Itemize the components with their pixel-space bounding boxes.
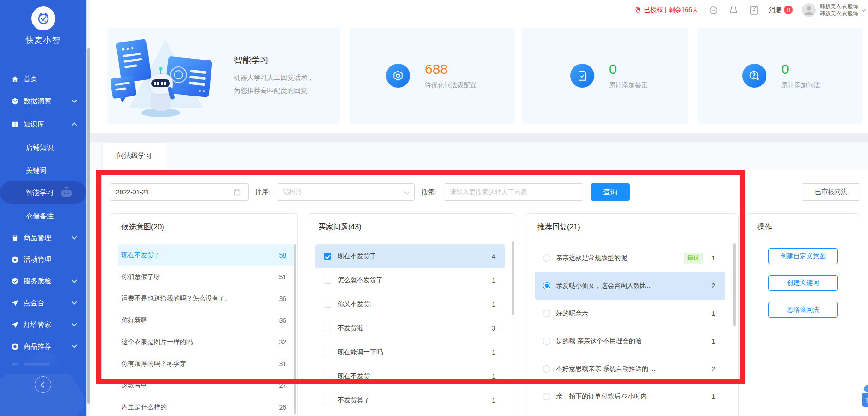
- questions-scrollbar-thumb[interactable]: [512, 241, 514, 315]
- document-edit-icon[interactable]: [748, 5, 760, 16]
- replies-scrollbar-thumb[interactable]: [733, 243, 736, 326]
- banner-desc-line2: 为您推荐高匹配度的回复: [234, 84, 314, 97]
- calendar-icon[interactable]: [233, 188, 241, 198]
- chevron-down-icon: [72, 97, 77, 102]
- checkbox[interactable]: [324, 373, 331, 380]
- messages-menu[interactable]: 消息 0: [769, 6, 793, 14]
- tab-bar: 问法级学习: [90, 142, 868, 169]
- radio[interactable]: [543, 338, 550, 345]
- sidebar-item-label: 关键词: [26, 166, 47, 175]
- checkbox[interactable]: [324, 325, 331, 332]
- ignore-question-button[interactable]: 忽略该问法: [768, 302, 838, 318]
- sort-select[interactable]: 请排序: [277, 183, 415, 201]
- app-logo[interactable]: [31, 6, 55, 30]
- sidebar-item-product-mgmt[interactable]: 商品管理: [0, 227, 86, 249]
- reviewed-questions-button[interactable]: 已审核问法: [802, 183, 860, 201]
- account-menu[interactable]: 韩版美衣衣服饰 韩版美衣衣服饰: [802, 3, 865, 17]
- sidebar-item-label: 数据洞察: [24, 97, 51, 106]
- sidebar-item-activity-mgmt[interactable]: 活动管理: [0, 248, 86, 271]
- reply-row[interactable]: 好的呢亲亲1: [535, 300, 725, 327]
- sort-placeholder: 请排序: [283, 188, 302, 196]
- question-row[interactable]: 你又不发货,1: [315, 292, 505, 316]
- buyer-questions-title: 买家问题(43): [307, 214, 516, 241]
- intent-count: 26: [279, 404, 286, 411]
- intent-row[interactable]: 你好新疆36: [118, 309, 295, 331]
- sidebar-item-product-recommend[interactable]: 商品推荐: [0, 335, 86, 357]
- sidebar-item-smart-learning[interactable]: 智能学习: [0, 181, 86, 204]
- intent-row[interactable]: 内里是什么样的26: [118, 396, 295, 416]
- question-row[interactable]: 怎么就不发货了1: [315, 268, 505, 292]
- question-row[interactable]: 不发货算了1: [315, 388, 505, 412]
- intent-row[interactable]: 现在不发货了58: [118, 244, 295, 266]
- sidebar-scrollbar[interactable]: [86, 0, 90, 416]
- sidebar-item-keywords[interactable]: 关键词: [0, 159, 86, 181]
- home-icon: [11, 75, 19, 83]
- sidebar-item-label: 首页: [24, 75, 37, 84]
- intents-scrollbar-thumb[interactable]: [294, 244, 296, 414]
- chevron-down-icon: [862, 7, 866, 12]
- stat-value: 0: [781, 62, 820, 77]
- circle-badge-icon: [11, 343, 19, 350]
- search-input[interactable]: [444, 183, 583, 201]
- reply-row[interactable]: 是的哦 亲亲这个不用理会的哈1: [535, 327, 725, 355]
- radio[interactable]: [543, 310, 550, 317]
- sidebar-item-label: 灯塔管家: [24, 320, 51, 329]
- sidebar-item-dianjintai[interactable]: 点金台: [0, 292, 86, 314]
- sidebar-item-shop-knowledge[interactable]: 店铺知识: [0, 136, 86, 158]
- reply-count: 2: [710, 365, 715, 373]
- chevron-down-icon: [404, 189, 409, 194]
- auth-status[interactable]: 已授权 | 剩余166天: [634, 6, 699, 14]
- create-keyword-button[interactable]: 创建关键词: [768, 275, 838, 291]
- intent-row[interactable]: 运费不是也退给我的吗？怎么没有了。36: [118, 288, 295, 309]
- sidebar-item-home[interactable]: 首页: [0, 68, 86, 90]
- create-custom-intent-button[interactable]: 创建自定义意图: [768, 248, 838, 264]
- app-name: 快麦小智: [0, 35, 86, 46]
- question-row[interactable]: 不发货啦3: [315, 316, 505, 340]
- reply-row[interactable]: 亲亲这款是常规版型的呢最优1: [535, 244, 725, 272]
- chevron-down-icon: [72, 343, 77, 348]
- question-count: 1: [492, 397, 495, 404]
- tab-question-level-learning[interactable]: 问法级学习: [102, 142, 166, 169]
- robot-icon[interactable]: [708, 5, 719, 16]
- shield-check-icon: [11, 277, 19, 285]
- checkbox[interactable]: [324, 277, 331, 284]
- sidebar-item-label: 商品推荐: [24, 342, 51, 351]
- penguin-icon[interactable]: [728, 5, 739, 16]
- query-button[interactable]: 查询: [591, 183, 630, 201]
- checkbox[interactable]: [324, 349, 331, 356]
- checkbox[interactable]: [324, 301, 331, 308]
- sidebar-item-service-qc[interactable]: 服务质检: [0, 270, 86, 292]
- floating-widget[interactable]: T: [862, 393, 868, 407]
- radio[interactable]: [543, 365, 550, 373]
- sidebar-item-lighthouse[interactable]: 灯塔管家: [0, 314, 86, 336]
- question-row[interactable]: 现在不发货了4: [315, 244, 505, 268]
- app-window: 快麦小智 首页 数据洞察 知识库 店铺知识 关键词 智能学习: [0, 0, 868, 416]
- radio[interactable]: [543, 393, 550, 400]
- chevron-up-icon: [72, 122, 77, 127]
- sidebar-collapse-button[interactable]: [35, 376, 51, 393]
- sidebar-item-warehouse-notes[interactable]: 仓储备注: [0, 205, 86, 227]
- intent-count: 58: [279, 252, 286, 259]
- intent-row[interactable]: 你们放假了呀51: [118, 266, 295, 288]
- intent-count: 36: [279, 317, 286, 324]
- reply-row[interactable]: 亲，拍下的订单付款后72小时内...1: [535, 383, 725, 410]
- sidebar-item-knowledge-base[interactable]: 知识库: [0, 113, 86, 135]
- question-row[interactable]: 现在能调一下吗1: [315, 340, 505, 364]
- checkbox-checked[interactable]: [324, 253, 331, 260]
- date-input[interactable]: [110, 183, 249, 201]
- intent-row[interactable]: 你有加厚的吗？冬季穿31: [118, 353, 295, 374]
- sidebar-item-data-insight[interactable]: 数据洞察: [0, 90, 86, 112]
- radio-selected[interactable]: [543, 282, 550, 289]
- checkbox[interactable]: [324, 397, 331, 404]
- stat-value: 0: [609, 62, 648, 77]
- doc-check-icon: [570, 64, 594, 88]
- radio[interactable]: [543, 254, 550, 262]
- reply-row[interactable]: 不好意思哦亲亲 系统自动推送的 ...2: [535, 355, 725, 383]
- intent-row[interactable]: 这款马甲27: [118, 374, 295, 396]
- banner-desc-line1: 机器人学习人工回复话术，: [234, 71, 314, 84]
- sidebar-item-label: 服务质检: [24, 277, 51, 286]
- shop-name: 韩版美衣衣服饰 韩版美衣衣服饰: [820, 3, 858, 17]
- reply-row[interactable]: 亲爱哒小仙女，这会咨询人数比...2: [535, 272, 725, 300]
- intent-row[interactable]: 这个衣服是图片一样的吗32: [118, 331, 295, 353]
- question-row[interactable]: 现在不发货1: [315, 364, 505, 388]
